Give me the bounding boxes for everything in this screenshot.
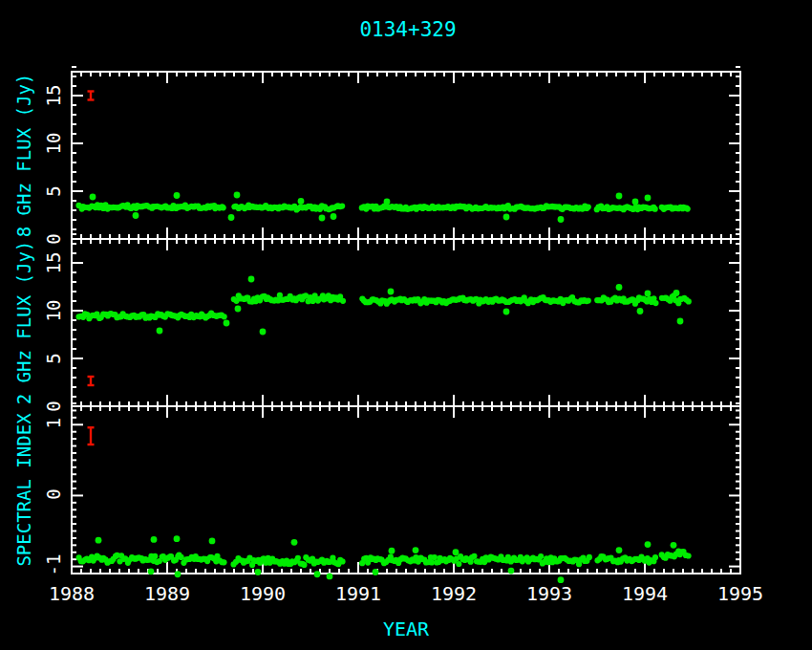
outlier-point xyxy=(503,309,510,315)
outlier-point xyxy=(298,198,305,205)
y-tick-label: 1 xyxy=(43,418,64,428)
y-tick-label: 0 xyxy=(43,401,64,411)
data-point xyxy=(221,205,226,210)
outlier-point xyxy=(224,320,230,327)
outlier-point xyxy=(384,199,391,206)
outlier-point xyxy=(616,284,623,291)
data-point xyxy=(586,204,591,209)
outlier-point xyxy=(209,537,216,544)
x-tick-label: 1992 xyxy=(431,582,477,605)
outlier-point xyxy=(174,535,181,542)
outlier-point xyxy=(671,542,677,549)
outlier-point xyxy=(148,568,155,574)
y-tick-label: 10 xyxy=(43,133,64,155)
outlier-point xyxy=(90,194,96,201)
data-point xyxy=(652,300,658,306)
outlier-point xyxy=(373,569,379,575)
panels-group: 051015051015-101198819891990199119921993… xyxy=(43,67,763,605)
y-tick-label: 5 xyxy=(43,185,64,196)
flux-monitoring-chart: 0134+329 YEAR 8 GHz FLUX (Jy) 2 GHz FLUX… xyxy=(0,0,812,650)
data-point xyxy=(471,553,477,559)
data-point xyxy=(586,297,591,303)
y-tick-label: 0 xyxy=(43,233,64,244)
outlier-point xyxy=(174,192,181,199)
data-point xyxy=(652,554,658,560)
outlier-point xyxy=(175,571,182,577)
outlier-point xyxy=(616,193,623,200)
data-point xyxy=(339,558,345,564)
outlier-point xyxy=(314,571,321,577)
data-point xyxy=(221,559,226,565)
data-point xyxy=(587,554,592,560)
outlier-point xyxy=(235,306,242,313)
data-point xyxy=(339,203,345,208)
data-point xyxy=(685,552,691,558)
data-point xyxy=(432,554,438,560)
x-tick-label: 1990 xyxy=(240,582,286,605)
outlier-point xyxy=(453,549,459,555)
outlier-point xyxy=(151,536,158,543)
y-tick-label: 15 xyxy=(43,252,64,274)
chart-title: 0134+329 xyxy=(359,18,456,41)
outlier-point xyxy=(234,192,241,199)
outlier-point xyxy=(327,574,333,580)
data-point xyxy=(538,553,544,559)
outlier-point xyxy=(133,212,139,219)
x-axis-label: YEAR xyxy=(383,618,430,640)
outlier-point xyxy=(645,195,652,202)
x-tick-label: 1988 xyxy=(49,582,95,605)
data-point xyxy=(340,298,346,304)
outlier-point xyxy=(503,214,510,221)
outlier-point xyxy=(637,308,644,314)
y-axis-label-spectral-index: SPECTRAL INDEX xyxy=(13,413,34,567)
outlier-point xyxy=(291,539,298,546)
y-axis-label-2ghz: 2 GHz FLUX (Jy) xyxy=(13,241,34,405)
x-tick-label: 1995 xyxy=(717,582,763,605)
y-tick-label: 10 xyxy=(43,300,64,322)
outlier-point xyxy=(255,569,262,575)
data-point xyxy=(301,562,307,568)
outlier-point xyxy=(96,537,102,544)
y-tick-label: 5 xyxy=(43,353,64,363)
outlier-point xyxy=(677,318,684,325)
data-point xyxy=(686,298,692,304)
outlier-point xyxy=(558,216,565,223)
x-tick-label: 1989 xyxy=(144,582,190,605)
data-point xyxy=(456,561,461,567)
outlier-point xyxy=(508,568,515,574)
y-tick-label: -1 xyxy=(43,554,64,576)
data-point xyxy=(152,553,158,559)
outlier-point xyxy=(645,541,652,548)
panel-frame-0 xyxy=(72,72,740,239)
outlier-point xyxy=(616,547,623,553)
outlier-point xyxy=(389,548,395,554)
y-tick-label: 15 xyxy=(43,85,64,107)
panel-frame-1 xyxy=(72,239,740,406)
y-tick-label: 0 xyxy=(43,488,64,499)
outlier-point xyxy=(673,290,680,296)
outlier-point xyxy=(248,276,255,283)
x-tick-label: 1994 xyxy=(622,582,668,605)
outlier-point xyxy=(331,213,337,220)
data-point xyxy=(652,206,658,212)
x-tick-label: 1993 xyxy=(526,582,572,605)
outlier-point xyxy=(388,289,395,295)
data-point xyxy=(295,555,301,561)
data-point xyxy=(685,206,691,211)
outlier-point xyxy=(260,329,267,336)
y-axis-label-8ghz: 8 GHz FLUX (Jy) xyxy=(13,74,34,238)
outlier-point xyxy=(228,214,235,221)
plot-page: 0134+329 YEAR 8 GHz FLUX (Jy) 2 GHz FLUX… xyxy=(0,0,812,650)
data-point xyxy=(222,314,227,319)
outlier-point xyxy=(319,215,326,222)
panel-frame-2 xyxy=(72,406,740,574)
data-point xyxy=(178,554,183,560)
outlier-point xyxy=(645,291,652,297)
outlier-point xyxy=(157,328,163,335)
outlier-point xyxy=(632,199,639,206)
outlier-point xyxy=(413,547,419,553)
x-tick-label: 1991 xyxy=(335,582,381,605)
